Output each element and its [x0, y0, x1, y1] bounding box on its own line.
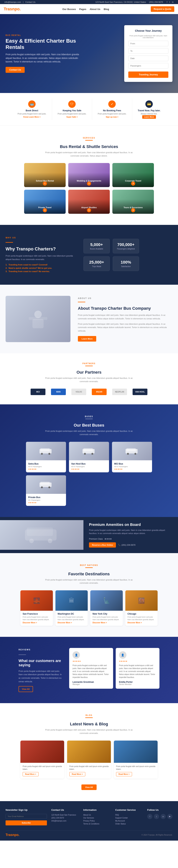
why-points: Traveling from coast to coast? Covered! … [5, 264, 76, 273]
blog-read-more-3[interactable]: Read More > [116, 772, 132, 776]
nav-our-busses[interactable]: Our Busses [62, 8, 76, 10]
dest-chicago[interactable]: 🌆 Chicago Proin porta feugiat lorem sed … [125, 590, 158, 626]
blog-desc-1: Proin porta feugiat nibh sed ipsum enim … [23, 765, 62, 771]
nav-about-us[interactable]: About Us [90, 8, 100, 10]
reserve-bus-button[interactable]: Reserve a Bus Online [89, 542, 116, 548]
feature-safe-link[interactable]: Super Safe > [66, 116, 78, 118]
partner-neoplan: NEOPLAN [112, 389, 127, 395]
request-quote-button[interactable]: Request a Quote [151, 6, 174, 12]
about-section: ABOUT US About Transpo Charter Bus Compa… [0, 285, 178, 353]
blog-card-2[interactable]: Proin porta feugiat nibh sed ipsum enim … [67, 741, 111, 778]
blog-read-more-2[interactable]: Read More > [69, 772, 85, 776]
footer-customer-link-3[interactable]: My Account [115, 820, 125, 822]
testimonials-left: REVIEWS What our customers are saying Pr… [19, 648, 64, 692]
blog-image-3 [114, 741, 158, 763]
about-learn-more-button[interactable]: Learn More [78, 336, 96, 342]
footer-customer-link-1[interactable]: FAQ [115, 814, 119, 816]
feature-fees-desc: Proin porta feugiat lorem sed justo. [98, 113, 126, 115]
bus-vanhool[interactable]: Van Hool Bus 45-57 Passengers ★★★★★ [69, 442, 109, 472]
topbar-phone-link[interactable]: (201) 234-5670 [149, 1, 163, 3]
view-all-reviews-button[interactable]: View All [19, 686, 33, 692]
bus-vanhool-name: Van Hool Bus [71, 463, 107, 465]
top-bar-left: info@trasnpo.com | Contact Us [4, 1, 36, 3]
footer-customer-link-4[interactable]: Order Status [115, 823, 126, 825]
blog-card-1[interactable]: Proin porta feugiat nibh sed ipsum enim … [21, 741, 64, 778]
social-linkedin-icon[interactable]: in [172, 1, 174, 3]
topbar-email-link[interactable]: info@trasnpo.com [4, 1, 21, 3]
dest-sf-link[interactable]: Discover More > [23, 622, 37, 624]
dest-chi-name: Chicago [127, 613, 155, 615]
passengers-input[interactable] [128, 63, 168, 68]
site-logo[interactable]: Trasnpo. [4, 7, 21, 11]
footer-email-addr: info@trasnpo.com [51, 820, 79, 822]
svg-point-5 [41, 453, 43, 455]
footer-newsletter-title: Newsletter Sign Up [5, 809, 47, 811]
service-corporate[interactable]: Corporate Travel 3 [112, 163, 154, 187]
blog-card-3[interactable]: Proin porta feugiat nibh sed ipsum enim … [114, 741, 158, 778]
from-input[interactable] [128, 41, 168, 46]
dest-sf-name: San Francisco [23, 613, 51, 615]
dest-chi-body: Chicago Proin porta feugiat lorem sed ju… [125, 611, 158, 626]
footer-linkedin-icon[interactable]: in [160, 814, 166, 819]
feature-book-link[interactable]: Know Learn More > [23, 116, 40, 118]
premium-phone-number: (201) 234-5670 [121, 544, 136, 546]
to-input[interactable] [128, 48, 168, 54]
dest-nyc-link[interactable]: Discover More > [92, 622, 107, 624]
dest-new-york[interactable]: 🗽 New York City Proin porta feugiat lore… [90, 590, 123, 626]
hero-section: BUS RENTAL Easy & Efficient Charter Bus … [0, 14, 178, 93]
partner-mci: MCI [31, 389, 46, 395]
feature-fees-link[interactable]: Sign up now > [106, 116, 118, 118]
nav-blog[interactable]: Blog [103, 8, 109, 10]
date-input[interactable] [128, 56, 168, 61]
footer-copyright: © 2024 Trasnpo. All Rights Reserved. [142, 834, 173, 836]
blog-view-all-button[interactable]: View All [81, 784, 97, 790]
stat-passengers: 700,000+ Passengers delighted [113, 239, 139, 253]
service-num-4: 4 [24, 208, 66, 212]
footer-bottom: Trasnpo. © 2024 Trasnpo. All Rights Rese… [5, 830, 173, 837]
social-twitter-icon[interactable]: t [169, 1, 170, 3]
bus-private[interactable]: Private Bus 25 / Passengers ★★★★★ [26, 475, 66, 506]
social-facebook-icon[interactable]: f [167, 1, 167, 3]
footer-info-link-4[interactable]: Terms & Conditions [83, 823, 99, 825]
feature-pay-desc: Always interest free. [138, 113, 160, 115]
dest-washington[interactable]: 🏛 Washington DC Proin porta feugiat lore… [55, 590, 88, 626]
dest-dc-link[interactable]: Discover More > [58, 622, 72, 624]
footer-social-col: Follow Us f t in ▶ [147, 809, 173, 826]
footer-info-1: About Us [83, 814, 111, 816]
service-private[interactable]: Private Travel 4 [24, 190, 66, 214]
bus-setra[interactable]: Setra Bus 45-57 Passengers ★★★★★ [26, 442, 66, 472]
footer-info-link-1[interactable]: About Us [83, 814, 91, 816]
destinations-title: Favorite Destinations [5, 571, 173, 577]
svg-point-22 [48, 539, 52, 543]
blog-desc-2: Proin porta feugiat nibh sed ipsum enim … [69, 765, 109, 771]
service-wedding[interactable]: Wedding & Engagements 2 [68, 163, 110, 187]
service-airport[interactable]: Airport Shuttles 5 [68, 190, 110, 214]
submit-journey-button[interactable]: Traveling Journey [128, 71, 168, 78]
footer-info-link-2[interactable]: Our Services [83, 817, 94, 819]
hero-contact-button[interactable]: Contact Us [5, 67, 25, 73]
about-divider [78, 302, 85, 302]
footer-facebook-icon[interactable]: f [147, 814, 152, 819]
bus-mci[interactable]: MCI Bus 45-57 Passengers ★★★★★ [112, 442, 152, 472]
feature-pay-link[interactable]: Learn More [142, 115, 156, 119]
blog-read-more-1[interactable]: Read More > [23, 772, 38, 776]
nav-pages[interactable]: Pages [79, 8, 86, 10]
nyc-icon: 🗽 [90, 590, 123, 611]
passengers-field-group [128, 63, 168, 68]
service-tours[interactable]: Tours & Excursions 6 [112, 190, 154, 214]
destinations-divider [85, 567, 93, 568]
topbar-contact-link[interactable]: Contact Us [25, 1, 35, 3]
from-field-group [128, 41, 168, 46]
footer-youtube-icon[interactable]: ▶ [167, 814, 173, 819]
subscribe-button[interactable]: Subscribe [5, 820, 47, 826]
dest-san-francisco[interactable]: 🌉 San Francisco Proin porta feugiat lore… [21, 590, 53, 626]
dest-sf-body: San Francisco Proin porta feugiat lorem … [21, 611, 53, 626]
footer-twitter-icon[interactable]: t [154, 814, 159, 819]
footer-info-link-3[interactable]: Privacy Policy [83, 820, 95, 822]
svg-point-9 [84, 453, 86, 455]
footer-customer-link-2[interactable]: Support Center [115, 817, 128, 819]
reviewer-1-stars: ★★★★★ [72, 660, 110, 662]
newsletter-email-input[interactable] [5, 814, 47, 819]
dest-chi-link[interactable]: Discover More > [127, 622, 142, 624]
service-school-bus[interactable]: School Bus Rental 1 [24, 163, 66, 187]
